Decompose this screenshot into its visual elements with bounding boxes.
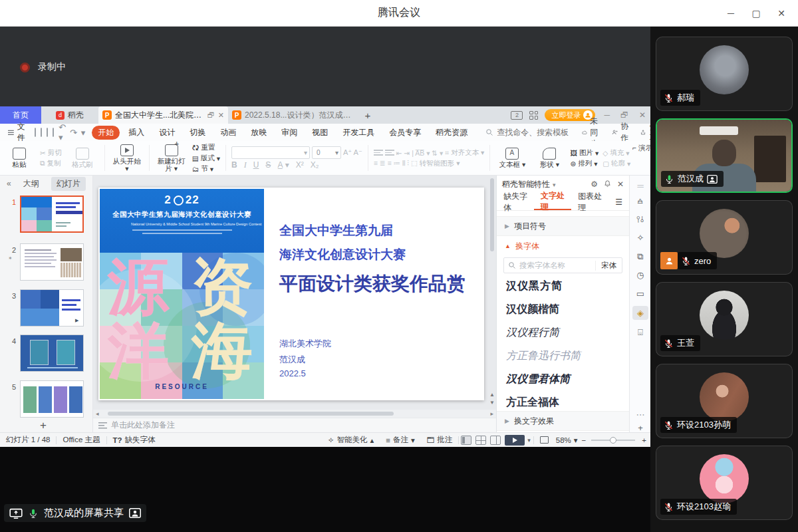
underline-button[interactable]: U — [253, 160, 259, 170]
history-clock-icon[interactable]: ◷ — [630, 270, 651, 280]
play-options-icon[interactable]: ▾ — [525, 437, 533, 444]
slideshow-play-button[interactable] — [505, 435, 525, 446]
arrange-button[interactable]: ⊜ 排列 ▾ — [570, 159, 598, 168]
quickbar-more-icon[interactable]: ▾ — [81, 128, 86, 138]
outline-button[interactable]: ▢ 轮廓 ▾ — [602, 159, 630, 168]
redo-icon[interactable]: ↷ — [70, 128, 77, 138]
new-tab-button[interactable]: + — [358, 106, 378, 124]
subscript-button[interactable]: X₂ — [311, 160, 319, 170]
ribbon-tab-member[interactable]: 会员专享 — [383, 126, 427, 140]
participant-tile-fanhancheng[interactable]: 范汉成 — [656, 118, 793, 193]
strip-more-icon[interactable]: ⋯ — [630, 410, 651, 420]
ribbon-tab-view[interactable]: 视图 — [306, 126, 334, 140]
participant-tile-wangxuan[interactable]: 王萱 — [656, 282, 793, 356]
tab-close-icon[interactable]: ✕ — [218, 111, 224, 120]
scroll-right-icon[interactable]: ▸ — [490, 410, 493, 418]
font-name-combo[interactable]: ▾ — [231, 146, 310, 159]
play-from-start-button[interactable]: 从头开始 ▾ — [110, 143, 144, 174]
ribbon-tab-insert[interactable]: 插入 — [122, 126, 150, 140]
font-color-button[interactable]: A̲ ▾ — [277, 160, 289, 170]
doc-tab-other[interactable]: P 2022.5.18...设计类）范汉成教授 — [228, 106, 358, 124]
smart-graphic-button[interactable]: ⬚ 转智能图形 ▾ — [411, 159, 460, 168]
bullet-list-icon[interactable] — [374, 150, 383, 156]
font-filter-select[interactable]: 宋体 — [595, 261, 622, 271]
reset-button[interactable]: 🗘 重置 — [192, 143, 220, 152]
slide-thumbnail-5[interactable] — [20, 380, 84, 418]
shape-button[interactable]: 形状 ▾ — [533, 143, 566, 174]
command-search-input[interactable] — [497, 128, 582, 137]
copy-button[interactable]: ⧉ 复制 — [40, 159, 62, 168]
close-button[interactable]: ✕ — [769, 0, 794, 27]
pane-tab-chart[interactable]: 图表处理 — [571, 194, 608, 210]
fit-slide-button[interactable] — [534, 436, 555, 444]
rocket-icon[interactable]: 🜁 — [630, 196, 651, 205]
layout-button[interactable]: ▤ 版式 ▾ — [192, 154, 220, 163]
ribbon-tab-docer-res[interactable]: 稻壳资源 — [430, 126, 473, 140]
command-search[interactable] — [485, 128, 582, 137]
slide-editor[interactable]: 222 全国大中学生第九届海洋文化创意设计大赛 National Univers… — [98, 188, 484, 400]
docer-smart-icon[interactable]: ◈ — [632, 306, 648, 320]
slide-thumbnail-2[interactable] — [20, 243, 84, 281]
cut-button[interactable]: ✂ 剪切 — [40, 148, 62, 158]
ribbon-tab-transition[interactable]: 切换 — [184, 126, 211, 140]
zoom-level[interactable]: 58% ▾ — [555, 436, 579, 445]
new-slide-button[interactable]: 新建幻灯片 ▾ — [155, 143, 188, 174]
numbered-list-icon[interactable] — [385, 150, 394, 156]
paste-button[interactable]: 粘贴 — [3, 143, 36, 174]
zoom-slider-knob[interactable] — [610, 437, 616, 444]
export-icon[interactable] — [41, 128, 42, 137]
superscript-button[interactable]: X² — [296, 160, 304, 170]
pane-tab-menu-icon[interactable]: ☰ — [608, 194, 629, 210]
reading-view-icon[interactable] — [490, 436, 501, 445]
zoom-slider[interactable] — [591, 440, 635, 441]
bell-icon[interactable] — [604, 180, 611, 190]
ribbon-tab-animation[interactable]: 动画 — [214, 126, 242, 140]
layers-icon[interactable]: ⧉ — [630, 251, 651, 262]
save-icon[interactable] — [35, 128, 36, 137]
file-menu[interactable]: 文件 — [0, 121, 35, 144]
theme-name[interactable]: Office 主题 — [57, 435, 106, 445]
minimize-button[interactable]: ─ — [718, 0, 743, 27]
zoom-in-button[interactable]: + — [638, 436, 650, 444]
notes-toggle-button[interactable]: ≡ 备注 ▾ — [380, 435, 421, 445]
format-painter-button[interactable]: 格式刷 — [66, 143, 99, 174]
comments-button[interactable]: 🗔 批注 — [421, 435, 459, 445]
normal-view-icon[interactable] — [461, 436, 471, 445]
section-text-effect[interactable]: ▶换文字效果 — [497, 411, 629, 431]
collaborate-button[interactable]: 协作 — [612, 121, 631, 144]
ribbon-tab-review[interactable]: 审阅 — [275, 126, 303, 140]
ribbon-tab-slideshow[interactable]: 放映 — [245, 126, 273, 140]
participant-tile-sunmeng[interactable]: 环设2103孙萌 — [656, 364, 793, 438]
reference-book-icon[interactable]: ⌺ — [630, 327, 651, 338]
font-item[interactable]: 汉仪程行简 — [497, 321, 629, 344]
fill-button[interactable]: ◇ 填充 ▾ — [602, 148, 630, 158]
print-preview-icon[interactable] — [53, 128, 54, 137]
image-button[interactable]: 🖼 图片 ▾ — [570, 148, 598, 158]
font-search-box[interactable]: 宋体 — [503, 257, 622, 273]
smart-beautify-button[interactable]: ✧ 智能美化 ▴ — [322, 435, 380, 445]
zoom-out-button[interactable]: − — [579, 436, 589, 444]
prev-slide-button[interactable]: ▲ — [489, 392, 495, 398]
maximize-button[interactable]: ▢ — [743, 0, 769, 27]
tab-docer[interactable]: d 稻壳 — [41, 106, 98, 124]
multi-window-icon[interactable]: 2 — [511, 111, 523, 120]
ribbon-tab-start[interactable]: 开始 — [92, 126, 120, 140]
missing-font-status[interactable]: T?缺失字体 — [107, 435, 162, 445]
font-size-combo[interactable]: 0 ▾ — [312, 146, 341, 159]
section-button[interactable]: 🗂 节 ▾ — [192, 164, 220, 174]
tab-restore-icon[interactable]: 🗗 — [207, 111, 215, 119]
section-bullets[interactable]: ▶项目符号 — [497, 216, 629, 236]
font-item[interactable]: 汉仪颜楷简 — [497, 298, 629, 321]
slide-sorter-view-icon[interactable] — [475, 436, 486, 445]
undo-icon[interactable]: ↶ ▾ — [59, 122, 66, 142]
font-search-input[interactable] — [519, 261, 592, 269]
align-text-button[interactable]: ⌗ 对齐文本 ▾ — [445, 148, 484, 158]
close-pane-icon[interactable]: ✕ — [617, 180, 624, 190]
strikethrough-button[interactable]: S — [265, 160, 271, 170]
scroll-left-icon[interactable]: ◂ — [96, 410, 99, 418]
membership-card-icon[interactable]: ▭ — [630, 289, 651, 299]
slide-thumbnail-4[interactable] — [20, 334, 84, 372]
magic-star-icon[interactable]: ✧ — [630, 233, 651, 243]
font-item[interactable]: 方正鲁迅行书简 — [497, 344, 629, 368]
font-item[interactable]: 汉仪雪君体简 — [497, 368, 629, 391]
